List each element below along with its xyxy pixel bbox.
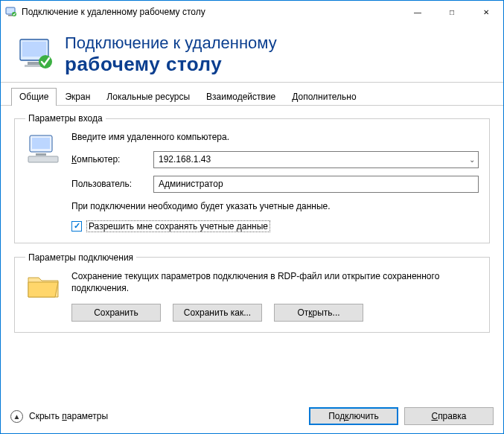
connection-desc: Сохранение текущих параметров подключени… — [71, 270, 479, 296]
header-text: Подключение к удаленному рабочему столу — [65, 33, 277, 76]
computer-combo[interactable]: 192.168.1.43 ⌄ — [153, 151, 479, 168]
svg-rect-9 — [32, 138, 50, 149]
help-button[interactable]: Справка — [404, 407, 494, 425]
open-button[interactable]: Открыть... — [274, 304, 363, 322]
save-as-button[interactable]: Сохранить как... — [173, 304, 262, 322]
connection-group: Параметры подключения Сохранение текущих… — [14, 252, 490, 334]
save-button[interactable]: Сохранить — [71, 304, 161, 322]
user-label: Пользователь: — [71, 179, 146, 189]
tab-experience[interactable]: Взаимодействие — [198, 88, 284, 106]
computer-icon — [25, 133, 61, 168]
computer-label: Компьютер: — [71, 154, 146, 165]
collapse-icon[interactable]: ▲ — [10, 410, 23, 423]
svg-rect-4 — [22, 42, 46, 57]
footer: ▲ Скрыть параметры Подключить Справка — [0, 400, 504, 434]
login-group: Параметры входа Введите имя удаленного к… — [14, 113, 490, 243]
tab-general[interactable]: Общие — [11, 88, 57, 106]
header: Подключение к удаленному рабочему столу — [1, 23, 503, 83]
hide-options-link[interactable]: Скрыть параметры — [29, 411, 108, 421]
header-line1: Подключение к удаленному — [65, 33, 277, 53]
connect-button[interactable]: Подключить — [309, 407, 398, 425]
titlebar: Подключение к удаленному рабочему столу … — [1, 1, 503, 23]
window-title: Подключение к удаленному рабочему столу — [22, 7, 205, 17]
maximize-button[interactable]: □ — [435, 1, 469, 23]
app-icon — [5, 6, 17, 18]
minimize-button[interactable]: — — [401, 1, 435, 23]
svg-rect-11 — [28, 156, 58, 162]
folder-icon — [25, 270, 61, 301]
computer-value: 192.168.1.43 — [159, 154, 211, 165]
tab-advanced[interactable]: Дополнительно — [284, 88, 364, 106]
save-credentials-checkbox[interactable]: ✓ — [71, 221, 82, 232]
user-field[interactable]: Администратор — [153, 176, 479, 193]
save-credentials-label: Разрешить мне сохранять учетные данные — [86, 220, 270, 232]
rdp-icon — [17, 36, 54, 74]
user-value: Администратор — [159, 179, 223, 189]
tabstrip: Общие Экран Локальные ресурсы Взаимодейс… — [1, 83, 503, 106]
close-button[interactable]: ✕ — [469, 1, 503, 23]
tab-local-resources[interactable]: Локальные ресурсы — [98, 88, 198, 106]
tab-display[interactable]: Экран — [57, 88, 98, 106]
login-legend: Параметры входа — [25, 113, 106, 124]
chevron-down-icon: ⌄ — [469, 156, 475, 164]
tab-content: Параметры входа Введите имя удаленного к… — [1, 106, 503, 333]
svg-rect-10 — [36, 153, 46, 156]
connection-legend: Параметры подключения — [25, 252, 136, 263]
login-intro: Введите имя удаленного компьютера. — [71, 131, 479, 144]
svg-rect-1 — [8, 15, 13, 16]
credentials-hint: При подключении необходимо будет указать… — [71, 200, 479, 213]
header-line2: рабочему столу — [65, 53, 277, 76]
